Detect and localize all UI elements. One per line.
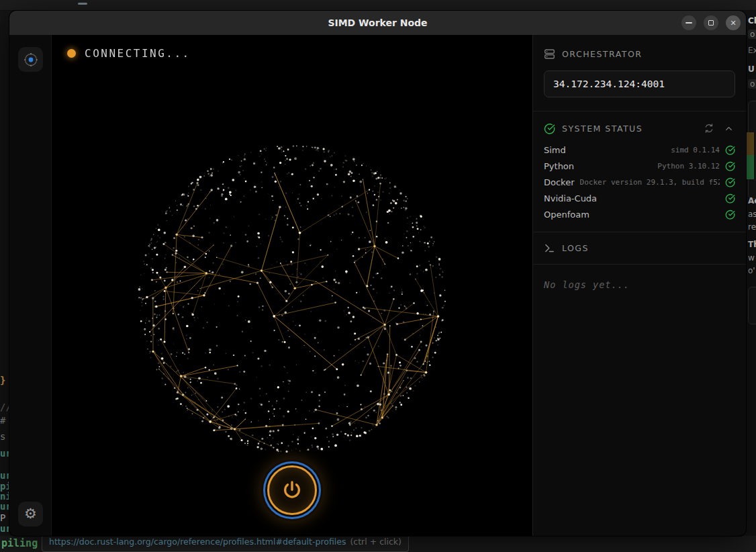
backdrop-right-chat: CloExUoAcasreThwo' xyxy=(746,11,756,552)
power-icon xyxy=(281,479,303,502)
server-icon xyxy=(544,48,555,60)
gear-icon: ⚙ xyxy=(24,507,37,521)
status-row-python: Python Python 3.10.12 xyxy=(544,158,735,174)
diff-added-fragment xyxy=(747,155,754,179)
connection-status: CONNECTING... xyxy=(67,47,191,60)
collapse-button[interactable] xyxy=(722,122,735,135)
code-fragment: ur xyxy=(0,448,9,459)
chat-fragment: o' xyxy=(748,266,755,275)
orchestrator-section: ORCHESTRATOR xyxy=(533,35,746,111)
check-circle-icon xyxy=(725,145,735,155)
backdrop-topbar-dash xyxy=(78,3,87,5)
backdrop-left-code: }//#sururpiniurPur xyxy=(0,11,9,536)
code-fragment: pi xyxy=(0,481,9,492)
backdrop-input-box xyxy=(748,287,756,324)
chat-fragment: Cl xyxy=(748,16,756,26)
orchestrator-label: ORCHESTRATOR xyxy=(562,49,642,59)
check-circle-icon xyxy=(725,210,735,220)
code-fragment: ur xyxy=(0,523,9,534)
logs-empty-text: No logs yet... xyxy=(544,279,630,290)
chat-fragment: re xyxy=(748,222,756,232)
chat-fragment: Ac xyxy=(748,196,756,205)
titlebar-controls: ✕ xyxy=(681,15,741,30)
terminal-icon xyxy=(544,242,555,254)
status-row-openfoam: Openfoam xyxy=(544,206,735,222)
check-circle-icon xyxy=(544,123,555,134)
network-globe xyxy=(52,35,532,536)
diff-removed-fragment xyxy=(747,132,754,155)
code-fragment: } xyxy=(0,375,5,385)
titlebar[interactable]: SIMD Worker Node ✕ xyxy=(9,11,746,35)
status-row-simd: Simd simd 0.1.14 xyxy=(544,142,735,158)
control-panel: ORCHESTRATOR SYSTEM STATUS xyxy=(532,35,746,536)
chat-fragment: U xyxy=(748,64,755,74)
minimize-button[interactable] xyxy=(681,15,696,30)
code-fragment: ni xyxy=(0,491,9,502)
code-fragment: ur xyxy=(0,470,9,481)
check-circle-icon xyxy=(725,177,735,187)
terminal-compiling-fragment: piling xyxy=(1,537,38,549)
close-button[interactable]: ✕ xyxy=(726,15,741,30)
rust-docs-link[interactable]: https://doc.rust-lang.org/cargo/referenc… xyxy=(49,537,346,547)
target-icon xyxy=(23,52,39,68)
logs-section: LOGS xyxy=(533,232,746,265)
globe-stage: CONNECTING... xyxy=(52,35,532,536)
node-view-button[interactable] xyxy=(18,47,43,72)
status-list: Simd simd 0.1.14 Python Python 3.10.12 D… xyxy=(544,142,735,222)
chat-fragment: as xyxy=(748,210,756,219)
power-button-wrap xyxy=(267,465,317,515)
connection-status-label: CONNECTING... xyxy=(85,47,191,60)
code-fragment: # xyxy=(0,415,5,426)
connection-status-dot xyxy=(67,49,76,58)
code-fragment: ur xyxy=(0,501,9,512)
code-fragment: s xyxy=(0,431,5,442)
close-icon: ✕ xyxy=(730,19,736,28)
minimize-icon xyxy=(686,22,692,24)
power-button[interactable] xyxy=(267,465,317,515)
window-title: SIMD Worker Node xyxy=(9,17,746,28)
left-rail: ⚙ xyxy=(9,35,52,536)
status-row-docker: Docker Docker version 29.1.3, build f528… xyxy=(544,174,735,190)
system-status-label: SYSTEM STATUS xyxy=(562,124,643,134)
orchestrator-address-input[interactable] xyxy=(544,71,735,97)
maximize-icon xyxy=(708,20,714,26)
backdrop-topbar xyxy=(0,0,756,11)
chat-fragment: o xyxy=(748,30,756,39)
chat-fragment: Th xyxy=(748,240,756,249)
logs-label: LOGS xyxy=(562,243,589,253)
logs-body: No logs yet... xyxy=(533,265,746,536)
system-status-section: SYSTEM STATUS xyxy=(533,111,746,232)
maximize-button[interactable] xyxy=(704,15,718,30)
refresh-button[interactable] xyxy=(702,122,716,135)
status-row-nvidia-cuda: Nvidia-Cuda xyxy=(544,190,735,206)
link-hint: (ctrl + click) xyxy=(350,537,401,547)
settings-button[interactable]: ⚙ xyxy=(18,502,43,526)
code-fragment: P xyxy=(0,512,5,523)
chat-fragment: Ex xyxy=(748,46,756,55)
simd-worker-window: SIMD Worker Node ✕ ⚙ xyxy=(9,11,746,536)
check-circle-icon xyxy=(725,161,735,171)
chevron-up-icon xyxy=(724,124,734,134)
check-circle-icon xyxy=(725,193,735,203)
refresh-icon xyxy=(704,123,714,134)
chat-fragment: w xyxy=(748,253,755,263)
code-fragment: // xyxy=(0,402,9,412)
chat-fragment: o xyxy=(748,79,756,89)
